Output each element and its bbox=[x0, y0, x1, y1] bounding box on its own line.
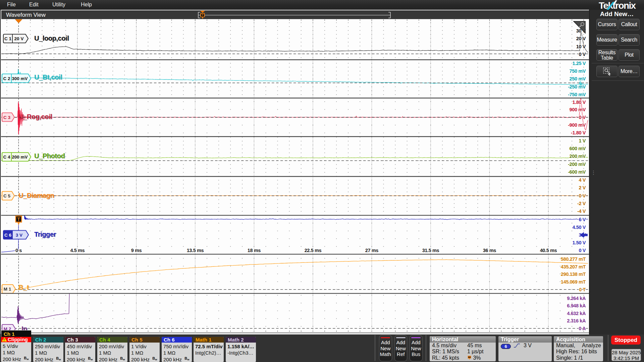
svg-text:C 4: C 4 bbox=[3, 155, 10, 160]
svg-text:200 mV: 200 mV bbox=[12, 155, 28, 160]
svg-text:U_Photod: U_Photod bbox=[34, 152, 65, 160]
svg-text:T: T bbox=[202, 13, 204, 17]
svg-text:36 ms: 36 ms bbox=[483, 248, 496, 253]
svg-text:C 6: C 6 bbox=[4, 233, 12, 238]
svg-text:0 A: 0 A bbox=[579, 326, 586, 331]
svg-text:27 ms: 27 ms bbox=[365, 248, 378, 253]
svg-text:-600 mV: -600 mV bbox=[568, 169, 586, 175]
svg-text:20 V: 20 V bbox=[14, 36, 24, 41]
svg-text:U_loop,coil: U_loop,coil bbox=[34, 35, 69, 42]
svg-text:6 V: 6 V bbox=[579, 217, 586, 222]
svg-text:10 V: 10 V bbox=[576, 44, 586, 49]
svg-text:4.5 ms: 4.5 ms bbox=[70, 248, 85, 253]
svg-text:0 s: 0 s bbox=[15, 248, 22, 253]
svg-text:0 T: 0 T bbox=[579, 287, 586, 292]
svg-text:-250 mV: -250 mV bbox=[568, 84, 586, 89]
svg-text:600 mV: 600 mV bbox=[570, 146, 586, 151]
svg-text:C 3: C 3 bbox=[3, 115, 11, 120]
svg-text:1.25 V: 1.25 V bbox=[572, 61, 586, 66]
svg-text:-200 mV: -200 mV bbox=[568, 162, 586, 167]
svg-text:C 2: C 2 bbox=[3, 76, 10, 81]
svg-text:U_Rog,coil: U_Rog,coil bbox=[18, 113, 52, 120]
svg-text:1.80 V: 1.80 V bbox=[572, 100, 586, 105]
svg-text:C 5: C 5 bbox=[3, 193, 11, 198]
svg-text:900 mV: 900 mV bbox=[570, 107, 586, 112]
svg-text:250 mV: 250 mV bbox=[570, 76, 586, 81]
svg-text:20 V: 20 V bbox=[576, 36, 586, 41]
svg-text:0 V: 0 V bbox=[579, 193, 586, 198]
svg-text:40.5 ms: 40.5 ms bbox=[540, 248, 557, 253]
svg-text:22.5 ms: 22.5 ms bbox=[305, 248, 322, 253]
svg-text:9.264 kA: 9.264 kA bbox=[567, 296, 586, 301]
svg-text:0 V: 0 V bbox=[579, 115, 586, 120]
svg-text:145.069 mT: 145.069 mT bbox=[561, 279, 586, 285]
svg-text:9 ms: 9 ms bbox=[131, 248, 142, 253]
svg-text:13.5 ms: 13.5 ms bbox=[187, 248, 204, 253]
svg-text:1 V: 1 V bbox=[579, 138, 586, 143]
svg-text:Trigger: Trigger bbox=[34, 231, 56, 238]
svg-text:580.277 mT: 580.277 mT bbox=[561, 256, 586, 262]
svg-text:300 mV: 300 mV bbox=[12, 76, 28, 81]
svg-text:4 V: 4 V bbox=[579, 177, 586, 183]
svg-text:200 mV: 200 mV bbox=[570, 154, 586, 159]
svg-text:Tektronix: Tektronix bbox=[599, 0, 636, 10]
svg-text:T: T bbox=[17, 217, 20, 222]
svg-text:1.50 V: 1.50 V bbox=[572, 240, 586, 245]
svg-text:0 V: 0 V bbox=[579, 52, 586, 57]
svg-text:2 V: 2 V bbox=[579, 185, 586, 190]
svg-text:4.632 kA: 4.632 kA bbox=[567, 311, 586, 316]
svg-text:-1.80 V: -1.80 V bbox=[571, 130, 586, 135]
svg-text:-900 mV: -900 mV bbox=[568, 122, 586, 128]
svg-text:435.207 mT: 435.207 mT bbox=[561, 264, 586, 269]
svg-text:31.5 ms: 31.5 ms bbox=[422, 248, 439, 253]
svg-text:-750 mV: -750 mV bbox=[568, 92, 586, 97]
svg-text:3 V: 3 V bbox=[16, 233, 22, 238]
svg-text:2.316 kA: 2.316 kA bbox=[567, 318, 586, 323]
svg-text:-2 V: -2 V bbox=[577, 201, 586, 206]
svg-text:4.50 V: 4.50 V bbox=[572, 225, 586, 230]
svg-text:-4 V: -4 V bbox=[577, 208, 586, 214]
svg-text:M 1: M 1 bbox=[4, 287, 11, 292]
svg-text:6.948 kA: 6.948 kA bbox=[567, 303, 586, 308]
svg-text:U_Diamagn: U_Diamagn bbox=[18, 192, 54, 199]
svg-text:0 V: 0 V bbox=[579, 248, 586, 253]
svg-text:290.138 mT: 290.138 mT bbox=[561, 272, 586, 277]
svg-text:18 ms: 18 ms bbox=[248, 248, 261, 253]
svg-text:B_t: B_t bbox=[18, 284, 29, 291]
svg-text:750 mV: 750 mV bbox=[570, 68, 586, 74]
svg-text:C 1: C 1 bbox=[4, 36, 12, 41]
svg-text:U_Bt,coil: U_Bt,coil bbox=[34, 73, 62, 81]
